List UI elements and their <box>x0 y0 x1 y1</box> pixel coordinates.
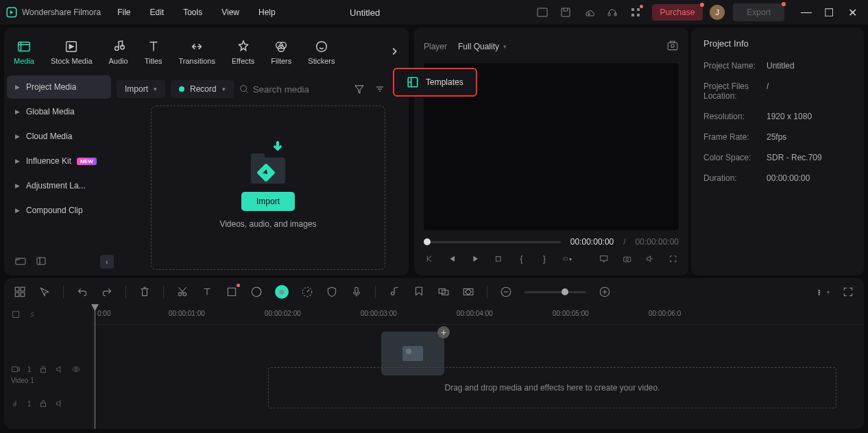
search-media[interactable] <box>239 84 348 95</box>
timeline-ruler[interactable]: 0:00 00:00:01:00 00:00:02:00 00:00:03:00… <box>93 306 864 325</box>
new-folder-icon[interactable] <box>15 256 26 269</box>
maximize-icon[interactable]: ☐ <box>824 6 834 19</box>
ai-face-icon[interactable]: ☻ <box>275 285 289 299</box>
track-headers: 1 Video 1 1 <box>4 306 93 429</box>
timeline-link-icon[interactable] <box>27 310 37 319</box>
apps-icon[interactable] <box>630 7 641 18</box>
tab-transitions[interactable]: Transitions <box>179 39 215 65</box>
tab-media[interactable]: Media <box>14 39 34 65</box>
stop-icon[interactable] <box>494 253 503 264</box>
tab-titles[interactable]: Titles <box>145 39 162 65</box>
video-track-icon[interactable] <box>11 364 21 374</box>
sort-icon[interactable] <box>374 84 385 95</box>
headphones-icon[interactable] <box>607 7 618 18</box>
tree-compound-clip[interactable]: ▶Compound Clip <box>7 199 111 222</box>
redo-icon[interactable] <box>101 286 113 298</box>
new-bin-icon[interactable] <box>36 256 47 269</box>
media-dropzone[interactable]: Import Videos, audio, and images <box>151 106 385 270</box>
shield-icon[interactable] <box>326 286 338 298</box>
cut-icon[interactable] <box>176 286 189 298</box>
marker-icon[interactable] <box>413 286 425 298</box>
audio-track-icon[interactable] <box>11 399 21 408</box>
menu-edit[interactable]: Edit <box>150 8 165 17</box>
svg-rect-43 <box>818 290 820 291</box>
crop-icon[interactable] <box>226 286 238 298</box>
tl-grid-icon[interactable] <box>14 286 26 298</box>
import-button[interactable]: Import <box>241 192 295 211</box>
svg-rect-47 <box>12 367 18 372</box>
speed-icon[interactable] <box>301 286 313 298</box>
quality-dropdown[interactable]: Full Quality▾ <box>458 42 507 51</box>
close-icon[interactable]: ✕ <box>847 6 857 19</box>
zoom-in-icon[interactable] <box>599 286 611 298</box>
step-back-icon[interactable] <box>448 253 457 264</box>
svg-rect-23 <box>564 258 568 260</box>
playhead[interactable] <box>95 306 95 429</box>
zoom-slider[interactable] <box>525 291 586 293</box>
purchase-button[interactable]: Purchase <box>652 4 703 21</box>
mark-in-icon[interactable]: { <box>517 253 526 264</box>
volume-icon[interactable] <box>645 253 654 264</box>
mute-icon[interactable] <box>55 364 64 374</box>
collapse-tree-icon[interactable]: ‹ <box>100 255 114 269</box>
document-title: Untitled <box>193 8 537 18</box>
tree-adjustment-layer[interactable]: ▶Adjustment La... <box>7 174 111 197</box>
user-avatar[interactable]: J <box>710 5 725 20</box>
export-button[interactable]: Export <box>733 3 784 21</box>
minimize-icon[interactable]: — <box>801 6 810 19</box>
snapshot-icon[interactable] <box>666 40 679 54</box>
tab-audio[interactable]: Audio <box>109 39 128 65</box>
menu-file[interactable]: File <box>117 8 130 17</box>
display-icon[interactable] <box>599 253 608 264</box>
tree-cloud-media[interactable]: ▶Cloud Media <box>7 125 111 148</box>
play-icon[interactable] <box>471 253 480 264</box>
import-dropdown[interactable]: Import▾ <box>117 80 165 98</box>
tab-stickers[interactable]: Stickers <box>308 39 335 65</box>
tab-stock-media[interactable]: Stock Media <box>51 39 93 65</box>
track-view-icon[interactable]: ▾ <box>817 286 830 298</box>
save-icon[interactable] <box>560 7 571 18</box>
lock-icon[interactable] <box>38 364 48 374</box>
tabs-more-icon[interactable] <box>389 47 399 58</box>
expand-tl-icon[interactable] <box>842 286 854 298</box>
timeline-panel: ☻ ▾ 1 Video 1 1 <box>4 278 864 429</box>
eye-icon[interactable] <box>71 364 81 374</box>
project-info-title: Project Info <box>703 38 852 49</box>
mute-icon[interactable] <box>55 399 64 408</box>
music-icon[interactable] <box>388 286 400 298</box>
aspect-icon[interactable]: ▾ <box>563 253 572 264</box>
tree-project-media[interactable]: ▶Project Media <box>7 75 111 99</box>
search-input[interactable] <box>253 84 335 95</box>
media-tree: ▶Project Media ▶Global Media ▶Cloud Medi… <box>4 71 114 275</box>
scrubber[interactable] <box>424 241 561 243</box>
text-icon[interactable] <box>201 286 213 298</box>
timeline-lock-icon[interactable] <box>11 310 21 319</box>
record-dropdown[interactable]: Record▾ <box>171 80 234 98</box>
svg-rect-37 <box>355 287 359 293</box>
svg-rect-30 <box>15 293 19 297</box>
undo-icon[interactable] <box>76 286 88 298</box>
color-icon[interactable] <box>250 286 263 298</box>
keyframe-icon[interactable] <box>462 286 474 298</box>
camera-icon[interactable] <box>623 253 631 264</box>
layout-icon[interactable] <box>537 7 548 18</box>
tab-filters[interactable]: Filters <box>271 39 291 65</box>
filter-icon[interactable] <box>354 84 365 95</box>
tree-influence-kit[interactable]: ▶Influence KitNEW <box>7 149 111 173</box>
tab-effects[interactable]: Effects <box>232 39 254 65</box>
zoom-out-icon[interactable] <box>500 286 512 298</box>
group-icon[interactable] <box>437 286 450 298</box>
prev-frame-icon[interactable] <box>425 253 434 264</box>
mark-out-icon[interactable]: } <box>540 253 548 264</box>
tl-cursor-icon[interactable] <box>38 286 51 298</box>
templates-button[interactable]: Templates <box>393 68 477 97</box>
media-panel: Media Stock Media Audio Titles Transitio… <box>4 27 409 275</box>
svg-rect-2 <box>562 8 570 16</box>
timeline-tracks-area[interactable]: 0:00 00:00:01:00 00:00:02:00 00:00:03:00… <box>93 306 864 429</box>
fullscreen-icon[interactable] <box>668 253 677 264</box>
tree-global-media[interactable]: ▶Global Media <box>7 100 111 123</box>
lock-icon[interactable] <box>38 399 48 408</box>
cloud-download-icon[interactable] <box>583 7 594 18</box>
mic-icon[interactable] <box>350 286 363 298</box>
delete-icon[interactable] <box>138 286 151 298</box>
